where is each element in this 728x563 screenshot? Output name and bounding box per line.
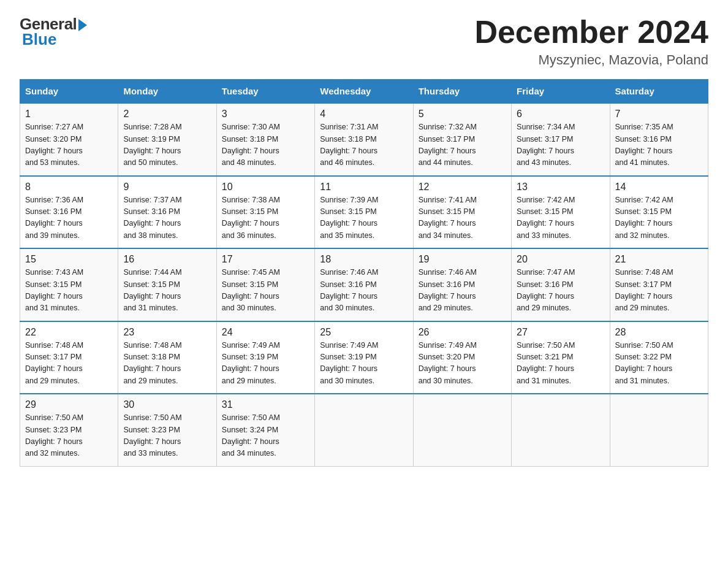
calendar-cell: 3 Sunrise: 7:30 AM Sunset: 3:18 PM Dayli… (216, 103, 314, 176)
day-info: Sunrise: 7:48 AM Sunset: 3:17 PM Dayligh… (25, 340, 113, 388)
day-info: Sunrise: 7:50 AM Sunset: 3:24 PM Dayligh… (222, 412, 309, 460)
calendar-cell: 4 Sunrise: 7:31 AM Sunset: 3:18 PM Dayli… (315, 103, 413, 176)
calendar-cell: 24 Sunrise: 7:49 AM Sunset: 3:19 PM Dayl… (216, 321, 314, 394)
day-number: 2 (123, 109, 211, 120)
day-number: 12 (419, 182, 506, 193)
day-info: Sunrise: 7:43 AM Sunset: 3:15 PM Dayligh… (25, 267, 113, 315)
day-info: Sunrise: 7:46 AM Sunset: 3:16 PM Dayligh… (419, 267, 506, 315)
day-info: Sunrise: 7:37 AM Sunset: 3:16 PM Dayligh… (123, 194, 211, 242)
day-info: Sunrise: 7:46 AM Sunset: 3:16 PM Dayligh… (320, 267, 408, 315)
week-row-4: 22 Sunrise: 7:48 AM Sunset: 3:17 PM Dayl… (20, 321, 708, 394)
day-info: Sunrise: 7:36 AM Sunset: 3:16 PM Dayligh… (25, 194, 113, 242)
col-thursday: Thursday (413, 80, 511, 104)
calendar-cell: 5 Sunrise: 7:32 AM Sunset: 3:17 PM Dayli… (413, 103, 511, 176)
calendar-cell: 20 Sunrise: 7:47 AM Sunset: 3:16 PM Dayl… (512, 248, 610, 321)
week-row-1: 1 Sunrise: 7:27 AM Sunset: 3:20 PM Dayli… (20, 103, 708, 176)
day-number: 27 (517, 327, 604, 338)
day-number: 17 (222, 254, 309, 265)
month-year-title: December 2024 (474, 15, 708, 50)
day-info: Sunrise: 7:48 AM Sunset: 3:17 PM Dayligh… (615, 267, 703, 315)
day-info: Sunrise: 7:30 AM Sunset: 3:18 PM Dayligh… (222, 121, 309, 169)
day-number: 9 (123, 182, 211, 193)
calendar-cell: 22 Sunrise: 7:48 AM Sunset: 3:17 PM Dayl… (20, 321, 118, 394)
calendar-cell: 14 Sunrise: 7:42 AM Sunset: 3:15 PM Dayl… (610, 176, 708, 249)
logo-arrow-icon (78, 19, 87, 31)
day-info: Sunrise: 7:49 AM Sunset: 3:19 PM Dayligh… (222, 340, 309, 388)
week-row-5: 29 Sunrise: 7:50 AM Sunset: 3:23 PM Dayl… (20, 394, 708, 466)
day-info: Sunrise: 7:48 AM Sunset: 3:18 PM Dayligh… (123, 340, 211, 388)
calendar-cell: 16 Sunrise: 7:44 AM Sunset: 3:15 PM Dayl… (118, 248, 216, 321)
page-header: General Blue December 2024 Myszyniec, Ma… (20, 15, 708, 68)
col-tuesday: Tuesday (216, 80, 314, 104)
day-number: 25 (320, 327, 408, 338)
day-number: 6 (517, 109, 604, 120)
day-info: Sunrise: 7:27 AM Sunset: 3:20 PM Dayligh… (25, 121, 113, 169)
day-number: 22 (25, 327, 113, 338)
day-number: 20 (517, 254, 604, 265)
day-info: Sunrise: 7:49 AM Sunset: 3:19 PM Dayligh… (320, 340, 408, 388)
calendar-cell: 17 Sunrise: 7:45 AM Sunset: 3:15 PM Dayl… (216, 248, 314, 321)
day-info: Sunrise: 7:50 AM Sunset: 3:22 PM Dayligh… (615, 340, 703, 388)
day-info: Sunrise: 7:47 AM Sunset: 3:16 PM Dayligh… (517, 267, 604, 315)
calendar-cell: 15 Sunrise: 7:43 AM Sunset: 3:15 PM Dayl… (20, 248, 118, 321)
day-info: Sunrise: 7:32 AM Sunset: 3:17 PM Dayligh… (419, 121, 506, 169)
logo: General Blue (20, 15, 87, 49)
calendar-cell: 29 Sunrise: 7:50 AM Sunset: 3:23 PM Dayl… (20, 394, 118, 466)
col-wednesday: Wednesday (315, 80, 413, 104)
day-number: 16 (123, 254, 211, 265)
day-info: Sunrise: 7:28 AM Sunset: 3:19 PM Dayligh… (123, 121, 211, 169)
col-friday: Friday (512, 80, 610, 104)
day-number: 15 (25, 254, 113, 265)
calendar-cell: 2 Sunrise: 7:28 AM Sunset: 3:19 PM Dayli… (118, 103, 216, 176)
calendar-cell: 8 Sunrise: 7:36 AM Sunset: 3:16 PM Dayli… (20, 176, 118, 249)
calendar-cell: 26 Sunrise: 7:49 AM Sunset: 3:20 PM Dayl… (413, 321, 511, 394)
day-info: Sunrise: 7:35 AM Sunset: 3:16 PM Dayligh… (615, 121, 703, 169)
calendar-cell: 27 Sunrise: 7:50 AM Sunset: 3:21 PM Dayl… (512, 321, 610, 394)
day-number: 11 (320, 182, 408, 193)
col-saturday: Saturday (610, 80, 708, 104)
calendar-cell: 1 Sunrise: 7:27 AM Sunset: 3:20 PM Dayli… (20, 103, 118, 176)
title-section: December 2024 Myszyniec, Mazovia, Poland (474, 15, 708, 68)
day-info: Sunrise: 7:50 AM Sunset: 3:23 PM Dayligh… (25, 412, 113, 460)
day-number: 23 (123, 327, 211, 338)
calendar-cell (413, 394, 511, 466)
day-info: Sunrise: 7:41 AM Sunset: 3:15 PM Dayligh… (419, 194, 506, 242)
day-info: Sunrise: 7:42 AM Sunset: 3:15 PM Dayligh… (615, 194, 703, 242)
calendar-cell: 19 Sunrise: 7:46 AM Sunset: 3:16 PM Dayl… (413, 248, 511, 321)
day-info: Sunrise: 7:45 AM Sunset: 3:15 PM Dayligh… (222, 267, 309, 315)
day-number: 10 (222, 182, 309, 193)
calendar-header: Sunday Monday Tuesday Wednesday Thursday… (20, 80, 708, 104)
day-number: 13 (517, 182, 604, 193)
day-number: 26 (419, 327, 506, 338)
calendar-table: Sunday Monday Tuesday Wednesday Thursday… (20, 79, 708, 467)
day-number: 8 (25, 182, 113, 193)
logo-blue-text: Blue (22, 30, 56, 49)
day-number: 24 (222, 327, 309, 338)
day-number: 29 (25, 399, 113, 410)
day-number: 5 (419, 109, 506, 120)
day-info: Sunrise: 7:34 AM Sunset: 3:17 PM Dayligh… (517, 121, 604, 169)
calendar-cell: 28 Sunrise: 7:50 AM Sunset: 3:22 PM Dayl… (610, 321, 708, 394)
day-number: 31 (222, 399, 309, 410)
calendar-cell: 13 Sunrise: 7:42 AM Sunset: 3:15 PM Dayl… (512, 176, 610, 249)
day-info: Sunrise: 7:44 AM Sunset: 3:15 PM Dayligh… (123, 267, 211, 315)
day-number: 19 (419, 254, 506, 265)
calendar-cell: 21 Sunrise: 7:48 AM Sunset: 3:17 PM Dayl… (610, 248, 708, 321)
calendar-body: 1 Sunrise: 7:27 AM Sunset: 3:20 PM Dayli… (20, 103, 708, 466)
day-number: 3 (222, 109, 309, 120)
header-row: Sunday Monday Tuesday Wednesday Thursday… (20, 80, 708, 104)
calendar-cell: 23 Sunrise: 7:48 AM Sunset: 3:18 PM Dayl… (118, 321, 216, 394)
calendar-cell: 10 Sunrise: 7:38 AM Sunset: 3:15 PM Dayl… (216, 176, 314, 249)
calendar-cell: 30 Sunrise: 7:50 AM Sunset: 3:23 PM Dayl… (118, 394, 216, 466)
calendar-cell: 25 Sunrise: 7:49 AM Sunset: 3:19 PM Dayl… (315, 321, 413, 394)
day-info: Sunrise: 7:42 AM Sunset: 3:15 PM Dayligh… (517, 194, 604, 242)
day-number: 4 (320, 109, 408, 120)
calendar-cell: 18 Sunrise: 7:46 AM Sunset: 3:16 PM Dayl… (315, 248, 413, 321)
week-row-3: 15 Sunrise: 7:43 AM Sunset: 3:15 PM Dayl… (20, 248, 708, 321)
day-number: 30 (123, 399, 211, 410)
calendar-cell: 7 Sunrise: 7:35 AM Sunset: 3:16 PM Dayli… (610, 103, 708, 176)
calendar-cell: 31 Sunrise: 7:50 AM Sunset: 3:24 PM Dayl… (216, 394, 314, 466)
col-monday: Monday (118, 80, 216, 104)
calendar-cell (610, 394, 708, 466)
day-info: Sunrise: 7:49 AM Sunset: 3:20 PM Dayligh… (419, 340, 506, 388)
